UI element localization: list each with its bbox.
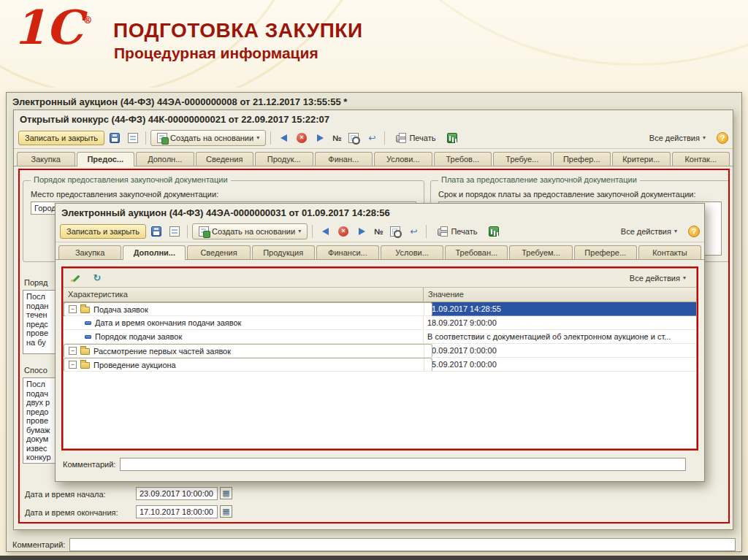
tab-0[interactable]: Закупка bbox=[17, 152, 75, 166]
date-start-label: Дата и время начала: bbox=[25, 490, 106, 499]
characteristic-cell[interactable]: −Проведение аукциона bbox=[64, 358, 424, 371]
grid-group-row[interactable]: −Подача заявок bbox=[64, 302, 432, 316]
tab-8[interactable]: Префере... bbox=[574, 245, 637, 259]
tab-0[interactable]: Закупка bbox=[58, 245, 121, 259]
undo-icon[interactable]: ↩ bbox=[364, 130, 380, 146]
value-cell[interactable] bbox=[424, 345, 432, 357]
characteristic-cell[interactable]: −Подача заявок bbox=[64, 303, 424, 315]
grid-rows: −Подача заявокДата начала подачи заявок0… bbox=[64, 302, 696, 448]
characteristic-cell[interactable]: Порядок подачи заявок bbox=[64, 330, 424, 343]
tab-9[interactable]: Префер... bbox=[553, 152, 611, 166]
all-actions-button[interactable]: Все действия▾ bbox=[614, 224, 684, 239]
report-icon[interactable] bbox=[444, 130, 460, 146]
comment-label: Комментарий: bbox=[63, 460, 115, 469]
grid-item-row[interactable]: Порядок подачи заявокВ соответствии с до… bbox=[64, 330, 696, 344]
post-document-icon[interactable] bbox=[167, 223, 183, 239]
help-icon[interactable]: ? bbox=[717, 132, 728, 144]
help-icon[interactable]: ? bbox=[688, 226, 700, 237]
calendar-icon[interactable]: ▦ bbox=[220, 487, 232, 499]
collapse-icon[interactable]: − bbox=[69, 361, 77, 369]
characteristic-label: Подача заявок bbox=[94, 305, 148, 314]
grid-item-row[interactable]: Дата и время окончания подачи заявок18.0… bbox=[64, 316, 696, 330]
table-settings-icon[interactable] bbox=[387, 223, 403, 239]
characteristic-cell[interactable]: −Рассмотрение первых частей заявок bbox=[64, 345, 424, 357]
print-button[interactable]: Печать bbox=[431, 224, 484, 239]
collapse-icon[interactable]: − bbox=[69, 347, 77, 355]
tab-1[interactable]: Предос... bbox=[77, 152, 135, 166]
save-close-button[interactable]: Записать и закрыть bbox=[18, 131, 104, 145]
value-cell[interactable]: 25.09.2017 0:00:00 bbox=[424, 358, 696, 371]
column-header[interactable]: Характеристика bbox=[64, 288, 424, 302]
comment-input[interactable] bbox=[120, 458, 686, 471]
page-subtitle: Процедурная информация bbox=[114, 45, 318, 62]
item-bullet-icon bbox=[85, 321, 91, 325]
collapse-icon[interactable]: − bbox=[69, 305, 77, 313]
folder-icon bbox=[80, 362, 90, 369]
create-based-on-button[interactable]: Создать на основании▾ bbox=[150, 130, 266, 146]
characteristic-label: Проведение аукциона bbox=[94, 361, 176, 369]
calendar-icon[interactable]: ▦ bbox=[220, 505, 232, 518]
value-cell[interactable]: 20.09.2017 0:00:00 bbox=[424, 344, 696, 357]
prev-arrow-icon[interactable] bbox=[317, 223, 333, 239]
value-cell[interactable]: 01.09.2017 14:28:55 bbox=[424, 302, 696, 315]
tab-7[interactable]: Требуем... bbox=[509, 245, 572, 259]
next-arrow-icon[interactable] bbox=[354, 223, 370, 239]
value-cell[interactable] bbox=[424, 303, 432, 315]
comment-label: Комментарий: bbox=[12, 540, 65, 549]
comment-input[interactable] bbox=[69, 538, 736, 551]
tab-2[interactable]: Сведения bbox=[187, 245, 250, 259]
decor-arc bbox=[307, 0, 748, 66]
tab-3[interactable]: Продукция bbox=[252, 245, 315, 259]
create-based-on-button[interactable]: Создать на основании▾ bbox=[192, 223, 308, 239]
tab-5[interactable]: Услови... bbox=[381, 245, 443, 259]
date-start-input[interactable] bbox=[136, 487, 218, 500]
prev-arrow-icon[interactable] bbox=[275, 130, 291, 146]
number-button[interactable]: № bbox=[372, 226, 385, 237]
undo-icon[interactable]: ↩ bbox=[405, 223, 421, 239]
stop-icon[interactable]: × bbox=[294, 130, 310, 146]
tab-2[interactable]: Дополн... bbox=[136, 152, 194, 166]
tab-7[interactable]: Требов... bbox=[434, 152, 492, 166]
edit-pencil-icon[interactable] bbox=[67, 270, 83, 286]
tab-4[interactable]: Финанси... bbox=[316, 245, 379, 259]
characteristic-label: Порядок подачи заявок bbox=[95, 332, 182, 341]
grid-group-row[interactable]: −Рассмотрение первых частей заявок bbox=[64, 344, 432, 358]
tab-5[interactable]: Финан... bbox=[315, 152, 373, 166]
all-actions-button[interactable]: Все действия▾ bbox=[643, 131, 712, 145]
save-icon[interactable] bbox=[107, 130, 123, 146]
table-settings-icon[interactable] bbox=[346, 130, 362, 146]
slide-header: 1С® ПОДГОТОВКА ЗАКУПКИ Процедурная инфор… bbox=[0, 0, 748, 88]
tab-1[interactable]: Дополни... bbox=[123, 245, 186, 260]
tab-8[interactable]: Требуе... bbox=[493, 152, 552, 166]
stop-icon[interactable]: × bbox=[335, 223, 351, 239]
window-title: Электронный аукцион (44-ФЗ) 44ЭА-0000000… bbox=[7, 93, 741, 110]
value-cell[interactable] bbox=[424, 358, 432, 371]
tab-11[interactable]: Контак... bbox=[672, 152, 730, 166]
tab-10[interactable]: Критери... bbox=[612, 152, 671, 166]
column-header[interactable]: Значение bbox=[424, 288, 696, 302]
tab-6[interactable]: Требован... bbox=[445, 245, 508, 259]
number-button[interactable]: № bbox=[330, 132, 343, 144]
post-document-icon[interactable] bbox=[125, 130, 141, 146]
all-actions-button[interactable]: Все действия▾ bbox=[623, 271, 692, 285]
save-icon[interactable] bbox=[148, 223, 164, 239]
next-arrow-icon[interactable] bbox=[312, 130, 328, 146]
date-end-input[interactable] bbox=[136, 505, 218, 518]
refresh-icon[interactable]: ↻ bbox=[89, 270, 105, 286]
tab-4[interactable]: Продук... bbox=[255, 152, 313, 166]
characteristic-cell[interactable]: Дата и время окончания подачи заявок bbox=[64, 316, 424, 329]
print-button[interactable]: Печать bbox=[389, 131, 442, 145]
tab-3[interactable]: Сведения bbox=[196, 152, 254, 166]
tab-6[interactable]: Услови... bbox=[374, 152, 432, 166]
value-cell[interactable]: В соответствии с документацией об электр… bbox=[424, 330, 696, 343]
1c-logo: 1С® bbox=[13, 4, 92, 51]
report-icon[interactable] bbox=[486, 223, 502, 239]
clipped-label: Поряд bbox=[24, 278, 47, 287]
grid-group-row[interactable]: −Проведение аукциона bbox=[64, 358, 432, 372]
tab-9[interactable]: Контакты bbox=[638, 245, 701, 259]
value-cell[interactable]: 18.09.2017 9:00:00 bbox=[424, 316, 696, 329]
tab-strip: ЗакупкаПредос...Дополн...СведенияПродук.… bbox=[14, 149, 733, 166]
save-close-button[interactable]: Записать и закрыть bbox=[60, 224, 146, 239]
grid-toolbar: ↻ Все действия▾ bbox=[64, 269, 696, 288]
window-auction-0031: Электронный аукцион (44-ФЗ) 44ЭА-0000000… bbox=[55, 203, 705, 482]
